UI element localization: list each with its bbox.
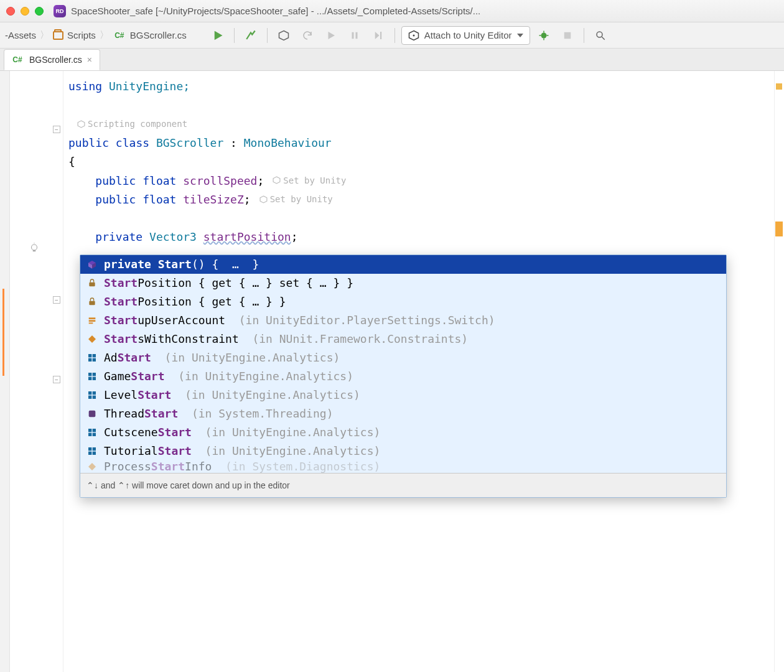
right-marker-stripe: [774, 71, 784, 672]
window-title: SpaceShooter_safe [~/UnityProjects/Space…: [71, 6, 778, 16]
unity-refresh-button[interactable]: [274, 27, 294, 44]
completion-item[interactable]: StartupUserAccount (in UnityEditor.Playe…: [80, 311, 726, 330]
svg-marker-53: [88, 463, 96, 470]
step-button[interactable]: [368, 27, 388, 44]
svg-marker-1: [279, 30, 288, 40]
code-token: ;: [244, 193, 251, 206]
code-token: float: [136, 174, 183, 187]
fold-toggle[interactable]: −: [53, 376, 60, 383]
svg-rect-29: [89, 320, 96, 322]
completion-item[interactable]: TutorialStart (in UnityEngine.Analytics): [80, 442, 726, 460]
tab-bgscroller[interactable]: BGScroller.cs ×: [4, 49, 100, 70]
code-token: class: [109, 136, 156, 149]
code-token: ;: [291, 230, 298, 243]
analysis-marker[interactable]: [775, 222, 783, 236]
svg-rect-49: [88, 447, 91, 450]
svg-rect-18: [33, 250, 36, 251]
toolbar-separator: [394, 28, 395, 43]
svg-point-15: [597, 32, 602, 37]
code-token: using: [68, 80, 102, 93]
toolbar-separator: [234, 28, 235, 43]
gutter[interactable]: − − −: [10, 71, 63, 672]
analysis-marker[interactable]: [776, 83, 782, 90]
svg-rect-30: [89, 322, 93, 324]
run-button[interactable]: [321, 27, 341, 44]
app-icon: RD: [54, 5, 66, 17]
completion-item[interactable]: GameStart (in UnityEngine.Analytics): [80, 367, 726, 386]
code-token: public: [68, 136, 109, 149]
svg-marker-0: [215, 32, 222, 39]
code-token: public: [68, 174, 136, 187]
select-run-target-button[interactable]: [208, 27, 228, 44]
breadcrumb[interactable]: -Assets 〉 Scripts 〉 BGScroller.cs: [5, 29, 187, 41]
debug-button[interactable]: [534, 27, 554, 44]
code-token: UnityEngine;: [102, 80, 190, 93]
reload-button[interactable]: [297, 27, 317, 44]
svg-rect-43: [93, 396, 96, 399]
svg-point-9: [541, 32, 546, 38]
toolbar-separator: [267, 28, 268, 43]
breadcrumb-seg[interactable]: BGScroller.cs: [130, 30, 187, 40]
svg-marker-20: [78, 121, 85, 128]
search-button[interactable]: [590, 27, 610, 44]
completion-item[interactable]: LevelStart (in UnityEngine.Analytics): [80, 386, 726, 404]
editor: − − − using UnityEngine; Scripting compo…: [0, 71, 784, 672]
fold-toggle[interactable]: −: [53, 296, 60, 304]
svg-rect-46: [93, 429, 96, 432]
completion-item-icon: [86, 446, 98, 457]
code-token: {: [68, 152, 774, 171]
pause-button[interactable]: [345, 27, 365, 44]
code-area[interactable]: using UnityEngine; Scripting component p…: [63, 71, 774, 672]
completion-item-label: StartPosition { get { … } set { … } }: [104, 274, 353, 292]
code-completion-popup[interactable]: private Start() { … }StartPosition { get…: [80, 254, 727, 498]
code-token: tileSizeZ: [183, 193, 244, 206]
svg-rect-14: [564, 32, 571, 39]
svg-point-8: [413, 34, 414, 36]
build-button[interactable]: [241, 27, 261, 44]
csharp-file-icon: [11, 54, 24, 65]
svg-rect-45: [88, 429, 91, 432]
svg-rect-37: [93, 373, 96, 376]
intention-bulb-icon[interactable]: [29, 243, 40, 254]
completion-item[interactable]: CutsceneStart (in UnityEngine.Analytics): [80, 423, 726, 442]
svg-rect-44: [89, 411, 96, 418]
folder-icon: [53, 31, 63, 40]
breadcrumb-sep: 〉: [40, 29, 49, 41]
completion-item-icon: [86, 427, 98, 438]
tab-label: BGScroller.cs: [29, 55, 82, 65]
completion-item[interactable]: StartPosition { get { … } set { … } }: [80, 274, 726, 292]
completion-item-icon: [86, 352, 98, 363]
completion-item[interactable]: StartPosition { get { … } }: [80, 292, 726, 311]
svg-rect-38: [88, 377, 91, 380]
completion-item[interactable]: AdStart (in UnityEngine.Analytics): [80, 348, 726, 367]
completion-item[interactable]: StartsWithConstraint (in NUnit.Framework…: [80, 330, 726, 348]
zoom-window-button[interactable]: [35, 7, 44, 16]
completion-item-label: LevelStart (in UnityEngine.Analytics): [104, 386, 360, 404]
attach-debugger-dropdown[interactable]: Attach to Unity Editor: [401, 26, 530, 45]
completion-item[interactable]: ProcessStartInfo (in System.Diagnostics): [80, 460, 726, 473]
minimize-window-button[interactable]: [21, 7, 29, 16]
left-marker-stripe: [0, 71, 10, 672]
attach-debugger-label: Attach to Unity Editor: [424, 30, 512, 40]
svg-rect-48: [93, 433, 96, 436]
completion-item[interactable]: private Start() { … }: [80, 255, 726, 274]
svg-rect-28: [89, 317, 96, 319]
breadcrumb-seg[interactable]: Scripts: [67, 30, 96, 40]
completion-item-label: StartsWithConstraint (in NUnit.Framework…: [104, 330, 468, 348]
svg-marker-21: [273, 177, 280, 184]
breadcrumb-seg[interactable]: -Assets: [5, 30, 36, 40]
completion-item[interactable]: ThreadStart (in System.Threading): [80, 404, 726, 423]
close-tab-button[interactable]: ×: [87, 55, 92, 65]
code-token: private: [68, 230, 142, 243]
svg-rect-32: [88, 354, 91, 357]
completion-item-icon: [86, 461, 98, 472]
close-window-button[interactable]: [6, 7, 15, 16]
unity-icon: [408, 30, 419, 41]
completion-item-icon: [86, 408, 98, 419]
stop-button[interactable]: [558, 27, 577, 44]
svg-rect-4: [355, 32, 357, 39]
svg-rect-6: [380, 32, 381, 39]
fold-toggle[interactable]: −: [53, 126, 60, 133]
completion-item-label: StartPosition { get { … } }: [104, 292, 286, 311]
chevron-down-icon: [517, 34, 523, 37]
